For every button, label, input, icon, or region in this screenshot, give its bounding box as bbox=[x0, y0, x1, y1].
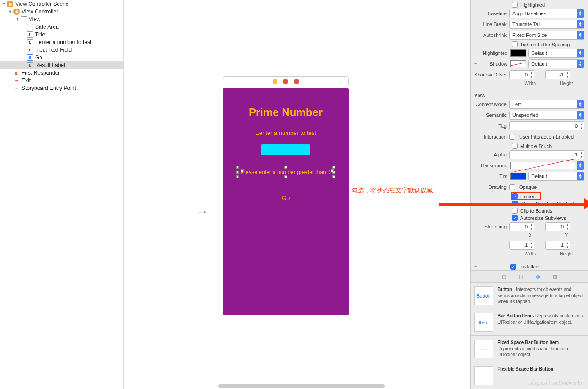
label-icon: L bbox=[27, 39, 33, 45]
checkbox-icon[interactable] bbox=[512, 2, 518, 8]
library-item[interactable]: Flexible Space Bar Button bbox=[471, 362, 588, 389]
checkbox-icon[interactable] bbox=[512, 208, 518, 214]
viewcontroller-icon: ◉ bbox=[13, 9, 20, 15]
phone-subtitle-label[interactable]: Eenter a number to test bbox=[227, 130, 344, 136]
lib-tab-media-icon[interactable]: ▥ bbox=[552, 273, 559, 280]
library-item-text: Button - Intercepts touch events and sen… bbox=[498, 286, 584, 305]
uie-checkbox[interactable] bbox=[509, 134, 515, 140]
nav-item[interactable]: LResult Label bbox=[0, 61, 123, 69]
nav-item[interactable]: BGo bbox=[0, 54, 123, 61]
nav-item[interactable]: □Safe Area bbox=[0, 23, 123, 31]
lib-tab-code-icon[interactable]: { } bbox=[517, 273, 525, 280]
stepper-icon[interactable]: ▲▼ bbox=[565, 71, 570, 79]
highlighted-color-select[interactable]: Default▲▼ bbox=[528, 49, 584, 58]
nav-item[interactable]: LTitle bbox=[0, 31, 123, 38]
hidden-checkbox-row[interactable]: ✓ Hidden bbox=[474, 193, 584, 199]
shadow-offset-height[interactable]: -1▲▼ bbox=[545, 70, 570, 79]
autoresize-checkbox-row[interactable]: ✓ Autoresize Subviews bbox=[474, 215, 584, 221]
shadow-select[interactable]: Default▲▼ bbox=[528, 59, 584, 68]
titlebar-dot-icon bbox=[273, 79, 277, 84]
stepper-icon[interactable]: ▲▼ bbox=[579, 122, 584, 130]
plus-icon[interactable]: + bbox=[474, 264, 479, 270]
first-responder-icon: ◧ bbox=[13, 70, 20, 76]
phone-view[interactable]: Prime Number Eenter a number to test Ple… bbox=[223, 88, 349, 315]
checkbox-icon[interactable]: ✓ bbox=[512, 215, 518, 221]
stretch-x[interactable]: 0▲▼ bbox=[509, 222, 534, 231]
semantic-select[interactable]: Unspecified▲▼ bbox=[509, 111, 584, 120]
canvas[interactable]: → Prime Number Eenter a number to test P… bbox=[124, 0, 470, 389]
nav-first-responder[interactable]: ◧ First Responder bbox=[0, 69, 123, 76]
nav-entry-point[interactable]: → Storyboard Entry Point bbox=[0, 84, 123, 92]
phone-text-field[interactable] bbox=[261, 144, 310, 155]
alpha-field[interactable]: 1▲▼ bbox=[509, 150, 584, 159]
nav-view[interactable]: ▼ View bbox=[0, 15, 123, 23]
lib-tab-object-icon[interactable]: ◎ bbox=[534, 273, 542, 280]
inspector-panel: Highlighted Baseline Align Baselines▲▼ L… bbox=[470, 0, 588, 389]
checkbox-icon[interactable] bbox=[512, 143, 518, 149]
stretch-w[interactable]: 1▲▼ bbox=[509, 241, 534, 250]
annotation-arrow-icon bbox=[439, 199, 588, 208]
tighten-checkbox-row[interactable]: Tighten Letter Spacing bbox=[474, 41, 584, 47]
highlighted-checkbox-row[interactable]: Highlighted bbox=[474, 2, 584, 8]
phone-titlebar[interactable] bbox=[223, 76, 349, 86]
library-item[interactable]: ItemBar Button Item - Represents an item… bbox=[471, 309, 588, 336]
tint-select[interactable]: Default▲▼ bbox=[528, 172, 584, 181]
stepper-icon[interactable]: ▲▼ bbox=[579, 151, 584, 159]
library-item[interactable]: ┅┅Fixed Space Bar Button Item - Represen… bbox=[471, 336, 588, 362]
plus-icon[interactable]: + bbox=[474, 50, 479, 56]
stretching-label: Stretching bbox=[474, 224, 509, 229]
label-icon: L bbox=[27, 31, 33, 38]
library-item[interactable]: ButtonButton - Intercepts touch events a… bbox=[471, 283, 588, 309]
disclosure-icon[interactable]: ▼ bbox=[2, 2, 6, 6]
nav-vc[interactable]: ▼ ◉ View Controller bbox=[0, 8, 123, 15]
view-section-title: View bbox=[474, 93, 584, 98]
autoshrink-select[interactable]: Fixed Font Size▲▼ bbox=[509, 31, 584, 40]
shadow-offset-width[interactable]: 0▲▼ bbox=[509, 70, 534, 79]
semantic-label: Semantic bbox=[474, 112, 509, 118]
plus-icon[interactable]: + bbox=[474, 61, 479, 67]
nav-exit[interactable]: ➔ Exit bbox=[0, 76, 123, 84]
lib-tab-file-icon[interactable]: ▢ bbox=[500, 273, 507, 280]
tighten-label: Tighten Letter Spacing bbox=[520, 42, 570, 47]
plus-icon[interactable]: + bbox=[474, 173, 479, 179]
checkbox-icon[interactable] bbox=[512, 41, 518, 47]
content-mode-select[interactable]: Left▲▼ bbox=[509, 100, 584, 109]
baseline-select[interactable]: Align Baselines▲▼ bbox=[509, 9, 584, 18]
nav-exit-label: Exit bbox=[22, 77, 31, 84]
nav-item[interactable]: FInput Text Field bbox=[0, 46, 123, 54]
opaque-checkbox[interactable] bbox=[509, 184, 515, 190]
shadow-colorwell[interactable] bbox=[510, 60, 526, 67]
horizontal-scrollbar[interactable] bbox=[218, 384, 385, 388]
phone-go-button[interactable]: Go bbox=[227, 194, 344, 201]
plus-icon[interactable]: + bbox=[474, 162, 479, 169]
linebreak-select[interactable]: Truncate Tail▲▼ bbox=[509, 20, 584, 29]
phone-result-label[interactable]: Please enter a number greater than 0 bbox=[239, 168, 332, 176]
view-icon bbox=[21, 16, 27, 22]
interaction-label: Interaction bbox=[474, 134, 509, 139]
background-colorwell[interactable] bbox=[510, 162, 575, 169]
background-select[interactable]: ▲▼ bbox=[577, 161, 584, 170]
entry-point-icon: → bbox=[13, 85, 20, 91]
nav-fr-label: First Responder bbox=[22, 70, 60, 76]
stretch-h[interactable]: 1▲▼ bbox=[545, 241, 570, 250]
nav-entry-label: Storyboard Entry Point bbox=[22, 85, 76, 91]
multiple-touch-row[interactable]: Multiple Touch bbox=[474, 143, 584, 149]
nav-item[interactable]: LEenter a number to test bbox=[0, 38, 123, 46]
disclosure-icon[interactable]: ▼ bbox=[8, 9, 13, 14]
highlighted-color-label: Highlighted bbox=[480, 50, 510, 56]
nav-item-label: Eenter a number to test bbox=[35, 39, 91, 45]
pointer-arrow-icon: → bbox=[196, 205, 208, 219]
highlighted-colorwell[interactable] bbox=[510, 49, 526, 57]
phone-title-label[interactable]: Prime Number bbox=[227, 106, 344, 119]
disclosure-icon[interactable]: ▼ bbox=[15, 17, 20, 22]
hidden-checkbox[interactable]: ✓ bbox=[512, 193, 518, 199]
tint-label: Tint bbox=[480, 174, 510, 179]
tag-field[interactable]: 0▲▼ bbox=[509, 121, 584, 130]
tag-label: Tag bbox=[474, 123, 509, 129]
clip-checkbox-row[interactable]: Clip to Bounds bbox=[474, 208, 584, 214]
installed-checkbox[interactable]: ✓ bbox=[510, 264, 516, 270]
tint-colorwell[interactable] bbox=[510, 173, 526, 180]
nav-scene[interactable]: ▼ ▣ View Controller Scene bbox=[0, 0, 123, 8]
stepper-icon[interactable]: ▲▼ bbox=[529, 71, 534, 79]
stretch-y[interactable]: 0▲▼ bbox=[545, 222, 570, 231]
